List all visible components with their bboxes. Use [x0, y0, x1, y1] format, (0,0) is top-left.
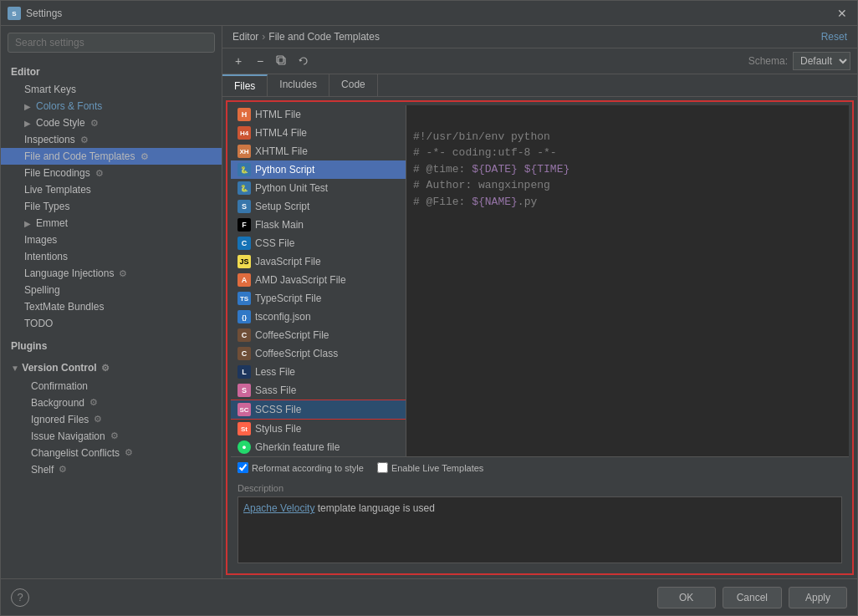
- editor-section: Editor: [1, 63, 222, 81]
- sidebar-item-issue-navigation[interactable]: Issue Navigation ⚙: [1, 428, 222, 445]
- sidebar-item-file-code-templates[interactable]: File and Code Templates ⚙: [1, 148, 222, 165]
- file-item-label: HTML File: [255, 109, 301, 120]
- reformat-label: Reformat according to style: [252, 463, 364, 473]
- copy-template-button[interactable]: [273, 52, 291, 70]
- apache-velocity-link[interactable]: Apache Velocity: [243, 502, 314, 514]
- reformat-checkbox-label[interactable]: Reformat according to style: [237, 462, 364, 473]
- live-templates-checkbox[interactable]: [377, 462, 388, 473]
- help-button[interactable]: ?: [11, 588, 29, 607]
- sidebar-item-label: Code Style: [36, 117, 85, 129]
- sidebar-item-smart-keys[interactable]: Smart Keys: [1, 81, 222, 98]
- file-item-python-test[interactable]: 🐍 Python Unit Test: [231, 179, 406, 197]
- tab-files[interactable]: Files: [222, 74, 268, 96]
- ok-button[interactable]: OK: [657, 587, 716, 608]
- ts-icon: TS: [237, 292, 251, 305]
- sidebar-item-label: Inspections: [24, 134, 75, 145]
- sidebar-item-shelf[interactable]: Shelf ⚙: [1, 461, 222, 478]
- file-item-less[interactable]: L Less File: [231, 363, 406, 381]
- scss-icon: SC: [237, 403, 251, 416]
- sidebar-item-emmet[interactable]: ▶ Emmet: [1, 215, 222, 232]
- file-item-css[interactable]: C CSS File: [231, 234, 406, 252]
- sidebar-item-changelist-conflicts[interactable]: Changelist Conflicts ⚙: [1, 445, 222, 461]
- file-item-label: Stylus File: [255, 423, 301, 435]
- file-item-html4[interactable]: H4 HTML4 File: [231, 124, 406, 142]
- file-item-flask[interactable]: F Flask Main: [231, 216, 406, 234]
- file-item-scss[interactable]: SC SCSS File: [231, 400, 406, 420]
- sidebar-item-textmate-bundles[interactable]: TextMate Bundles: [1, 298, 222, 315]
- add-template-button[interactable]: +: [229, 52, 248, 70]
- file-item-ts[interactable]: TS TypeScript File: [231, 289, 406, 308]
- code-editor[interactable]: #!/usr/bin/env python # -*- coding:utf-8…: [406, 105, 849, 456]
- reformat-checkbox[interactable]: [237, 462, 248, 473]
- sidebar-item-spelling[interactable]: Spelling: [1, 282, 222, 298]
- plugins-section: Plugins: [1, 337, 222, 355]
- description-section: Description: [231, 478, 849, 496]
- file-item-setup[interactable]: S Setup Script: [231, 197, 406, 216]
- schema-label: Schema:: [748, 55, 788, 67]
- close-button[interactable]: ✕: [834, 5, 850, 22]
- sidebar-item-code-style[interactable]: ▶ Code Style ⚙: [1, 115, 222, 131]
- file-item-tsconfig[interactable]: {} tsconfig.json: [231, 308, 406, 326]
- sidebar-item-ignored-files[interactable]: Ignored Files ⚙: [1, 411, 222, 428]
- sidebar-item-label: TODO: [24, 318, 53, 329]
- schema-select[interactable]: Default: [793, 52, 850, 70]
- sidebar-item-images[interactable]: Images: [1, 232, 222, 248]
- tab-code[interactable]: Code: [329, 74, 378, 96]
- sidebar-item-file-encodings[interactable]: File Encodings ⚙: [1, 165, 222, 181]
- file-item-label: Python Unit Test: [255, 182, 328, 194]
- settings-icon: ⚙: [139, 150, 151, 162]
- file-item-label: CSS File: [255, 237, 294, 249]
- bottom-bar: ? OK Cancel Apply: [1, 578, 857, 615]
- file-item-python[interactable]: 🐍 Python Script: [231, 160, 406, 179]
- sidebar-item-inspections[interactable]: Inspections ⚙: [1, 131, 222, 148]
- sidebar-item-background[interactable]: Background ⚙: [1, 395, 222, 411]
- sidebar-item-todo[interactable]: TODO: [1, 315, 222, 332]
- remove-template-button[interactable]: −: [251, 52, 269, 70]
- description-text: template language is used: [314, 502, 434, 514]
- file-item-label: Setup Script: [255, 201, 309, 212]
- sidebar-item-confirmation[interactable]: Confirmation: [1, 378, 222, 395]
- file-item-js[interactable]: JS JavaScript File: [231, 252, 406, 271]
- apply-button[interactable]: Apply: [789, 587, 847, 608]
- sidebar-item-language-injections[interactable]: Language Injections ⚙: [1, 265, 222, 282]
- reset-button[interactable]: Reset: [821, 31, 847, 43]
- file-item-label: Python Script: [255, 164, 314, 176]
- sass-icon: S: [237, 384, 251, 397]
- file-item-label: TypeScript File: [255, 293, 321, 304]
- sidebar-item-colors-fonts[interactable]: ▶ Colors & Fonts: [1, 98, 222, 115]
- tab-includes[interactable]: Includes: [268, 74, 329, 96]
- sidebar-item-file-types[interactable]: File Types: [1, 198, 222, 215]
- sidebar-item-label: Live Templates: [24, 184, 91, 196]
- file-item-amd[interactable]: A AMD JavaScript File: [231, 271, 406, 289]
- settings-icon: ⚙: [79, 134, 90, 145]
- flask-icon: F: [237, 218, 251, 232]
- breadcrumb-templates: File and Code Templates: [268, 31, 380, 43]
- cancel-button[interactable]: Cancel: [723, 587, 782, 608]
- sidebar-tree: Editor Smart Keys ▶ Colors & Fonts ▶ Cod…: [1, 59, 222, 578]
- sidebar-item-label: Smart Keys: [24, 84, 76, 95]
- settings-icon: ⚙: [109, 430, 120, 442]
- file-item-xhtml[interactable]: XH XHTML File: [231, 142, 406, 160]
- sidebar-item-label: Issue Navigation: [31, 430, 105, 442]
- file-item-coffeescript-class[interactable]: C CoffeeScript Class: [231, 344, 406, 363]
- coffee-class-icon: C: [237, 347, 251, 360]
- tabs-bar: Files Includes Code: [222, 74, 857, 97]
- file-item-sass[interactable]: S Sass File: [231, 381, 406, 400]
- restore-template-button[interactable]: [294, 52, 313, 70]
- description-box: Apache Velocity template language is use…: [237, 496, 842, 563]
- settings-window: S Settings ✕ Editor Smart Keys ▶ Colors …: [0, 0, 858, 616]
- breadcrumb: Editor › File and Code Templates: [232, 31, 380, 43]
- content-split: H HTML File H4 HTML4 File XH XHTML File: [231, 105, 849, 456]
- search-input[interactable]: [8, 33, 215, 53]
- file-item-html[interactable]: H HTML File: [231, 105, 406, 124]
- sidebar-item-intentions[interactable]: Intentions: [1, 248, 222, 265]
- live-templates-checkbox-label[interactable]: Enable Live Templates: [377, 462, 483, 473]
- sidebar-item-label: Intentions: [24, 251, 68, 262]
- expand-icon: ▶: [24, 119, 33, 128]
- panel-toolbar: + − Sc: [222, 48, 857, 74]
- file-item-gherkin[interactable]: ● Gherkin feature file: [231, 438, 406, 456]
- file-item-stylus[interactable]: St Stylus File: [231, 420, 406, 438]
- file-item-coffeescript[interactable]: C CoffeeScript File: [231, 326, 406, 344]
- description-label: Description: [237, 483, 283, 493]
- sidebar-item-live-templates[interactable]: Live Templates: [1, 181, 222, 198]
